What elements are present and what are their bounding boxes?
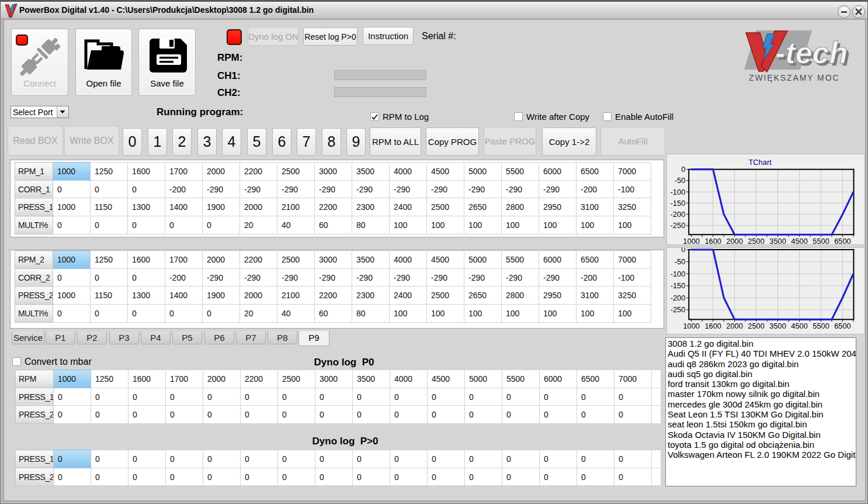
svg-text:-250: -250 <box>671 221 686 230</box>
svg-text:-250: -250 <box>671 305 686 314</box>
svg-text:3500: 3500 <box>769 237 786 245</box>
svg-text:-200: -200 <box>671 210 686 219</box>
svg-text:-150: -150 <box>671 199 686 208</box>
svg-text:TChart: TChart <box>749 158 772 167</box>
svg-text:4500: 4500 <box>791 322 808 330</box>
svg-text:1600: 1600 <box>704 322 721 330</box>
svg-text:5500: 5500 <box>813 322 829 330</box>
svg-text:1000: 1000 <box>683 237 700 245</box>
svg-text:-100: -100 <box>671 188 686 196</box>
svg-text:-tech: -tech <box>775 36 848 70</box>
svg-text:-50: -50 <box>675 176 686 185</box>
svg-text:6500: 6500 <box>834 322 851 330</box>
svg-text:ZWIĘKSZAMY MOC: ZWIĘKSZAMY MOC <box>749 73 839 82</box>
svg-text:2000: 2000 <box>726 322 743 330</box>
svg-text:2500: 2500 <box>748 237 765 245</box>
svg-text:0: 0 <box>681 247 685 254</box>
svg-text:3500: 3500 <box>769 322 786 330</box>
svg-text:6500: 6500 <box>834 237 851 245</box>
svg-text:2000: 2000 <box>726 237 743 245</box>
svg-text:1000: 1000 <box>683 322 700 330</box>
svg-text:4500: 4500 <box>791 237 808 245</box>
svg-text:1600: 1600 <box>704 237 721 245</box>
svg-text:-100: -100 <box>671 270 686 278</box>
svg-text:0: 0 <box>681 165 685 174</box>
svg-text:-150: -150 <box>671 281 686 290</box>
svg-text:2500: 2500 <box>748 322 765 330</box>
svg-text:-200: -200 <box>671 294 686 302</box>
svg-text:-50: -50 <box>675 257 686 266</box>
svg-text:5500: 5500 <box>813 237 829 245</box>
